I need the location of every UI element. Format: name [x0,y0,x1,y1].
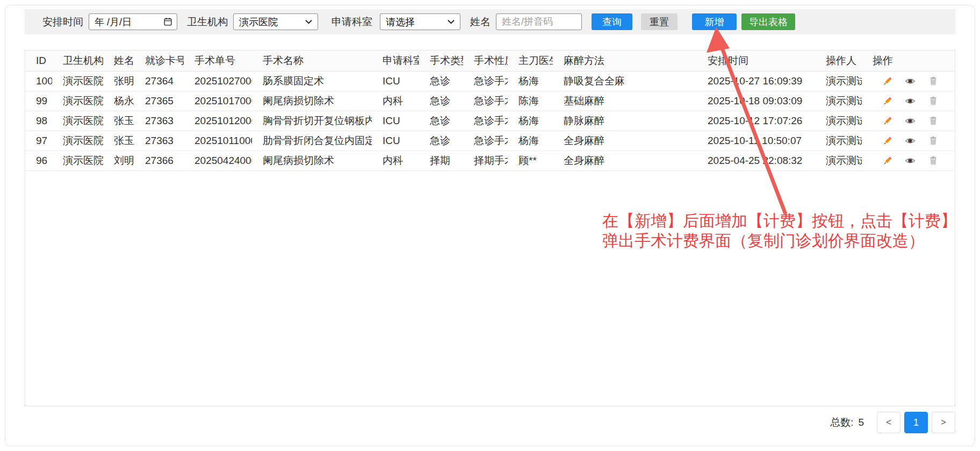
table-header-row: ID卫生机构姓名就诊卡号手术单号手术名称申请科室手术类型手术性质主刀医生麻醉方法… [25,51,955,71]
delete-trash-icon[interactable] [928,156,938,166]
cell-dept: ICU [372,131,419,151]
cell-surgery-name: 阑尾病损切除术 [252,151,372,170]
cell-surgery-nature: 急诊手术 [463,131,508,151]
delete-trash-icon[interactable] [928,116,938,126]
cell-actions [862,111,955,131]
cell-org: 演示医院 [52,131,103,151]
cell-scheduled-time: 2025-10-12 17:07:26 [697,111,815,131]
total-count-value: 5 [858,417,864,428]
table-row: 98 演示医院 张玉涛 27363 202510120001 胸骨骨折切开复位钢… [25,111,955,131]
cell-org: 演示医院 [52,111,103,131]
cell-dept: 内科 [372,91,419,111]
cell-surgeon: 顾** [508,151,553,170]
prev-page-button[interactable]: < [877,412,900,433]
cell-card-no: 27366 [134,151,184,170]
cell-scheduled-time: 2025-10-11 10:50:07 [697,131,815,151]
cell-anesthesia: 基础麻醉 [553,91,697,111]
delete-trash-icon[interactable] [928,136,938,146]
cell-card-no: 27363 [134,131,184,151]
edit-pencil-icon[interactable] [882,156,892,166]
calendar-icon [163,17,172,26]
cell-surgery-type: 急诊 [419,111,463,131]
cell-card-no: 27364 [134,71,184,91]
add-button[interactable]: 新增 [692,13,737,30]
edit-pencil-icon[interactable] [882,136,892,146]
cell-surgery-nature: 择期手术 [463,151,508,170]
delete-trash-icon[interactable] [928,96,938,106]
dept-select-value: 请选择 [386,16,415,28]
next-page-button[interactable]: > [932,412,955,433]
cell-anesthesia: 静吸复合全麻 [553,71,697,91]
cell-operator: 演示测试 [815,131,862,151]
cell-anesthesia: 静脉麻醉 [553,111,697,131]
cell-surgeon: 杨海 [508,71,553,91]
table-row: 100 演示医院 张明娟 27364 202510270001 肠系膜固定术 I… [25,71,955,91]
name-filter-label: 姓名 [470,15,491,29]
cell-actions [862,131,955,151]
cell-patient-name: 张明娟 [103,71,134,91]
view-eye-icon[interactable] [905,96,916,106]
query-button[interactable]: 查询 [592,13,632,30]
edit-pencil-icon[interactable] [882,96,892,106]
cell-card-no: 27365 [134,91,184,111]
cell-patient-name: 张玉涛 [103,131,134,151]
org-select-value: 演示医院 [239,16,278,28]
pagination: 总数: 5 < 1 > [25,412,955,433]
cell-order-no: 202510270001 [184,71,252,91]
cell-surgery-type: 急诊 [419,71,463,91]
date-filter-label: 安排时间 [42,15,83,29]
cell-anesthesia: 全身麻醉 [553,151,697,170]
cell-org: 演示医院 [52,91,103,111]
cell-operator: 演示测试 [815,91,862,111]
cell-surgery-name: 肠系膜固定术 [252,71,372,91]
cell-surgery-nature: 急诊手术 [463,111,508,131]
delete-trash-icon[interactable] [928,76,938,86]
view-eye-icon[interactable] [905,76,916,87]
dept-select[interactable]: 请选择 [380,13,460,30]
cell-dept: ICU [372,111,419,131]
page-number-button[interactable]: 1 [904,412,928,433]
cell-actions [862,71,955,91]
edit-pencil-icon[interactable] [882,116,892,126]
cell-surgery-name: 胸骨骨折切开复位钢板内固定术 [252,111,372,131]
table-row: 99 演示医院 杨永林 27365 202510170001 阑尾病损切除术 内… [25,91,955,111]
cell-card-no: 27363 [134,111,184,131]
column-header: 卫生机构 [52,51,103,71]
cell-order-no: 202510110001 [184,131,252,151]
total-count-label: 总数: [830,416,853,429]
cell-org: 演示医院 [52,151,103,170]
view-eye-icon[interactable] [905,116,916,126]
cell-surgeon: 陈海 [508,91,553,111]
column-header: 姓名 [103,51,134,71]
cell-id: 98 [25,111,52,131]
view-eye-icon[interactable] [905,155,916,166]
view-eye-icon[interactable] [905,135,916,146]
cell-scheduled-time: 2025-10-18 09:03:09 [697,91,815,111]
date-input[interactable]: 年 /月/日 [89,13,177,30]
column-header: 操作 [862,51,955,71]
cell-org: 演示医院 [52,71,103,91]
cell-surgeon: 杨海 [508,131,553,151]
org-filter-label: 卫生机构 [187,15,228,29]
cell-actions [862,91,955,111]
cell-surgeon: 杨海 [508,111,553,131]
name-search-input[interactable] [496,13,582,30]
column-header: ID [25,51,52,71]
cell-patient-name: 张玉涛 [103,111,134,131]
column-header: 手术类型 [419,51,463,71]
filter-bar: 安排时间 年 /月/日 卫生机构 演示医院 申请科室 请选择 姓名 查询 重置 … [25,9,955,34]
column-header: 申请科室 [372,51,419,71]
table-row: 97 演示医院 张玉涛 27363 202510110001 肋骨骨折闭合复位内… [25,131,955,151]
export-table-button[interactable]: 导出表格 [741,13,795,30]
org-select[interactable]: 演示医院 [233,13,318,30]
column-header: 手术名称 [252,51,372,71]
annotation-text: 在【新增】后面增加【计费】按钮，点击【计费】弹出手术计费界面（复制门诊划价界面改… [602,211,963,250]
surgery-table: ID卫生机构姓名就诊卡号手术单号手术名称申请科室手术类型手术性质主刀医生麻醉方法… [25,51,955,171]
reset-button[interactable]: 重置 [641,13,678,30]
table-row: 96 演示医院 刘明 27366 202504240001 阑尾病损切除术 内科… [25,151,955,170]
chevron-down-icon [448,19,455,24]
column-header: 手术单号 [184,51,252,71]
cell-anesthesia: 全身麻醉 [553,131,697,151]
edit-pencil-icon[interactable] [882,76,892,87]
cell-dept: 内科 [372,151,419,170]
